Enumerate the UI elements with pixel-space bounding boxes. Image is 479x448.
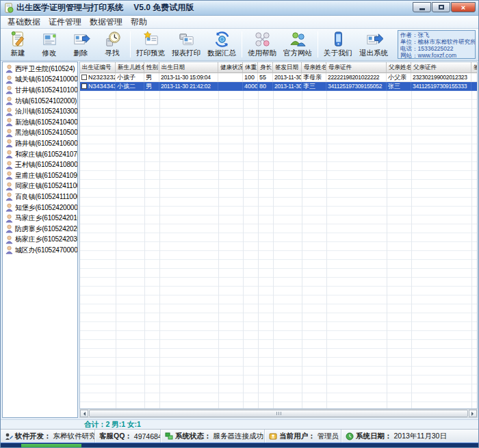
menu-certificate-mgmt[interactable]: 证件管理 bbox=[44, 16, 86, 29]
tree-item-fanglouzhai[interactable]: 防虏寨乡(610524202000) bbox=[3, 224, 77, 235]
grid-line bbox=[411, 73, 412, 408]
maximize-button[interactable] bbox=[432, 2, 450, 12]
toolbar: 新建 修改 删除 寻找 打印预览 报表打印 bbox=[1, 29, 478, 61]
col-birth-date[interactable]: 出生日期 bbox=[159, 62, 218, 73]
exit-button[interactable]: 退出系统 bbox=[356, 29, 391, 60]
vendor-author: 作者：张飞 bbox=[400, 31, 473, 38]
col-health[interactable]: 健康状况 bbox=[218, 62, 243, 73]
arrow-left-icon bbox=[81, 412, 86, 416]
find-button[interactable]: 寻找 bbox=[96, 29, 128, 60]
find-button-label: 寻找 bbox=[105, 49, 120, 58]
status-developer: 软件开发：东桦软件研究所 bbox=[1, 430, 95, 443]
menu-data-mgmt[interactable]: 数据管理 bbox=[86, 16, 127, 29]
grid-line bbox=[144, 73, 145, 408]
close-button[interactable]: × bbox=[451, 2, 476, 12]
close-icon: × bbox=[461, 3, 465, 12]
tree-item-heichi[interactable]: 黑池镇(610524105000) bbox=[3, 128, 77, 139]
toolbar-group-help: 使用帮助 官方网站 bbox=[244, 29, 315, 60]
report-print-button[interactable]: 报表打印 bbox=[168, 29, 204, 60]
scroll-right-button[interactable] bbox=[469, 410, 477, 417]
tree-item-majiazhuang[interactable]: 马家庄乡(610524201000) bbox=[3, 213, 77, 224]
person-icon bbox=[5, 192, 13, 201]
birth-date: 2013-11-30 21:42:02 bbox=[159, 82, 218, 91]
report-print-label: 报表打印 bbox=[172, 49, 200, 58]
new-record-icon bbox=[9, 30, 27, 49]
records-grid: 出生证编号 新生儿姓名 性别 出生日期 健康状况 体重 身长 签发日期 母亲姓名… bbox=[79, 62, 478, 409]
scrollbar-thumb[interactable] bbox=[89, 410, 468, 417]
print-preview-button[interactable]: 打印预览 bbox=[133, 29, 168, 60]
col-mother-id[interactable]: 母亲证件 bbox=[326, 62, 387, 73]
person-icon bbox=[5, 161, 13, 170]
menu-base-data[interactable]: 基础数据 bbox=[3, 16, 44, 29]
minimize-button[interactable] bbox=[413, 2, 431, 12]
tree-item-yangjiazhuang[interactable]: 杨家庄乡(610524203000) bbox=[3, 235, 77, 246]
col-mother-name[interactable]: 母亲姓名 bbox=[302, 62, 326, 73]
new-button-label: 新建 bbox=[11, 49, 25, 58]
col-baby-name[interactable]: 新生儿姓名 bbox=[116, 62, 144, 73]
tree-item-huangfuzhuang[interactable]: 皇甫庄镇(610524109000) bbox=[3, 170, 77, 181]
website-button[interactable]: 官方网站 bbox=[280, 29, 315, 60]
person-icon bbox=[5, 246, 13, 254]
edit-button-label: 修改 bbox=[42, 49, 57, 58]
col-weight[interactable]: 体重 bbox=[243, 62, 258, 73]
new-button[interactable]: 新建 bbox=[2, 29, 34, 60]
health bbox=[218, 82, 243, 91]
about-button-label: 关于我们 bbox=[324, 49, 352, 58]
developer-icon bbox=[5, 432, 13, 440]
vendor-site: 网站：www.foxzf.com bbox=[400, 52, 473, 59]
row-checkbox[interactable] bbox=[81, 83, 87, 89]
window-title: 出生医学证明管理与打印系统 V5.0 免费试用版 bbox=[16, 2, 194, 14]
taskbar-green-segment bbox=[21, 444, 81, 448]
tree-item-bailiang[interactable]: 百良镇(610524111000) bbox=[3, 192, 77, 202]
cert-no: N23232323 bbox=[88, 74, 116, 81]
col-issue-org[interactable]: 签发机构 bbox=[471, 62, 478, 73]
tree-item-qiachuan[interactable]: 洽川镇(610524103000) bbox=[3, 106, 77, 117]
tree-item-wangcun[interactable]: 王村镇(610524108000) bbox=[3, 159, 77, 170]
menu-help[interactable]: 帮助 bbox=[127, 16, 151, 29]
issue-date: 2013-11-30 bbox=[273, 82, 302, 91]
baby-name: 小孩二 bbox=[116, 82, 144, 91]
horizontal-scrollbar[interactable] bbox=[79, 409, 478, 418]
col-height[interactable]: 身长 bbox=[258, 62, 273, 73]
about-button[interactable]: 关于我们 bbox=[320, 29, 356, 60]
tree-item-chengguan[interactable]: 城关镇(610524100000) bbox=[3, 75, 77, 85]
row-checkbox[interactable] bbox=[81, 75, 87, 80]
status-system-date: 系统日期：2013年11月30日 bbox=[341, 430, 478, 443]
tree-item-ganjing[interactable]: 甘井镇(610524101000) bbox=[3, 85, 77, 96]
delete-button[interactable]: 删除 bbox=[65, 29, 96, 60]
grid-line bbox=[326, 73, 327, 408]
tree-item-lujing[interactable]: 路井镇(610524106000) bbox=[3, 138, 77, 149]
father-name: 张三 bbox=[387, 82, 411, 91]
tree-item-hejiazhuang[interactable]: 和家庄镇(610524107000) bbox=[3, 149, 77, 160]
help-button[interactable]: 使用帮助 bbox=[244, 29, 280, 60]
col-cert-no[interactable]: 出生证编号 bbox=[80, 62, 116, 73]
grid-header: 出生证编号 新生儿姓名 性别 出生日期 健康状况 体重 身长 签发日期 母亲姓名… bbox=[80, 62, 477, 73]
table-row[interactable]: N23232323 小孩子 男 2013-11-30 15:09:04 100 … bbox=[80, 73, 477, 82]
tree-item-xinchi[interactable]: 新池镇(610524104000) bbox=[3, 117, 77, 128]
mother-name: 李母亲 bbox=[302, 73, 326, 82]
col-issue-date[interactable]: 签发日期 bbox=[273, 62, 302, 73]
edit-button[interactable]: 修改 bbox=[34, 29, 65, 60]
table-row-selected[interactable]: N343434343 小孩二 男 2013-11-30 21:42:02 400… bbox=[80, 82, 477, 91]
col-father-id[interactable]: 父亲证件 bbox=[411, 62, 471, 73]
scroll-left-button[interactable] bbox=[80, 410, 88, 417]
tree-item-tongjiazhuang[interactable]: 同家庄镇(610524110000) bbox=[3, 181, 77, 192]
person-icon bbox=[5, 96, 13, 105]
tree-item-xiping-hospital[interactable]: 西坪卫生院(610524) bbox=[3, 64, 77, 75]
tree-item-zhibao[interactable]: 知堡乡(610524200000) bbox=[3, 202, 77, 213]
col-sex[interactable]: 性别 bbox=[144, 62, 159, 73]
tree-item-chengquban[interactable]: 城区办(610524700000) bbox=[3, 245, 77, 256]
data-summary-icon bbox=[213, 30, 231, 49]
grid-line bbox=[471, 73, 472, 408]
grid-line bbox=[243, 73, 244, 408]
mother-name: 李三 bbox=[302, 82, 326, 91]
person-icon bbox=[5, 214, 13, 223]
tree-item-fangzhen[interactable]: 坊镇(610524102000) bbox=[3, 96, 77, 107]
col-father-name[interactable]: 父亲姓名 bbox=[387, 62, 411, 73]
grid-line bbox=[302, 73, 302, 408]
data-summary-button[interactable]: 数据汇总 bbox=[204, 29, 240, 60]
person-icon bbox=[5, 182, 13, 191]
mother-id: 22222198201022222 bbox=[326, 73, 387, 82]
maximize-icon bbox=[439, 5, 444, 10]
father-name: 小父亲 bbox=[387, 73, 411, 82]
